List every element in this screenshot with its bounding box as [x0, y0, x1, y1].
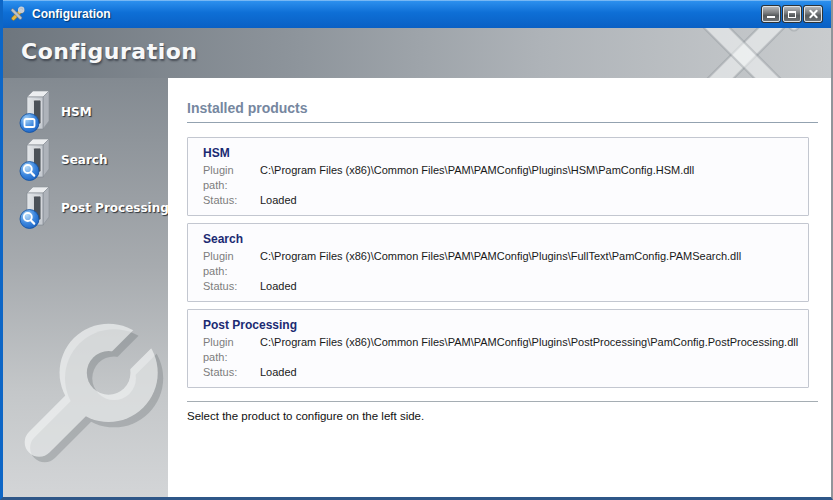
minimize-button[interactable] — [762, 6, 780, 22]
plugin-path-label: Plugin path: — [203, 335, 260, 365]
wrench-watermark-icon — [3, 311, 168, 497]
plugin-path-value: C:\Program Files (x86)\Common Files\PAM\… — [260, 335, 798, 365]
heading-divider — [187, 122, 818, 123]
titlebar[interactable]: Configuration — [3, 0, 831, 28]
sidebar-item-post-processing[interactable]: Post Processing — [3, 184, 168, 232]
close-button[interactable] — [804, 6, 822, 22]
page-title: Configuration — [21, 39, 197, 64]
server-with-window-badge-icon — [18, 90, 54, 134]
crossed-tools-icon — [8, 6, 25, 23]
status-label: Status: — [203, 365, 260, 380]
status-label: Status: — [203, 193, 260, 208]
window-title: Configuration — [32, 7, 111, 21]
crossed-tools-watermark-icon — [669, 28, 819, 78]
server-with-magnifier-badge-icon — [18, 138, 54, 182]
window-body: HSM Search — [3, 78, 831, 497]
maximize-icon — [788, 11, 796, 18]
product-name: Post Processing — [203, 317, 798, 333]
window-controls — [762, 6, 825, 22]
sidebar-item-label: HSM — [61, 105, 92, 119]
maximize-button[interactable] — [783, 6, 801, 22]
footer-divider — [187, 401, 818, 402]
sidebar-item-search[interactable]: Search — [3, 136, 168, 184]
close-icon — [808, 9, 818, 19]
plugin-path-label: Plugin path: — [203, 163, 260, 193]
status-label: Status: — [203, 279, 260, 294]
product-card-post-processing: Post Processing Plugin path: C:\Program … — [187, 309, 809, 388]
footer-hint: Select the product to configure on the l… — [187, 410, 823, 422]
plugin-path-value: C:\Program Files (x86)\Common Files\PAM\… — [260, 163, 694, 193]
sidebar-item-label: Post Processing — [61, 201, 168, 215]
product-card-search: Search Plugin path: C:\Program Files (x8… — [187, 223, 809, 302]
product-name: HSM — [203, 145, 798, 161]
configuration-window: Configuration Configuration — [0, 0, 833, 500]
minimize-icon — [767, 16, 775, 18]
status-value: Loaded — [260, 365, 297, 380]
plugin-path-value: C:\Program Files (x86)\Common Files\PAM\… — [260, 249, 741, 279]
header-banner: Configuration — [3, 28, 831, 78]
status-value: Loaded — [260, 279, 297, 294]
product-name: Search — [203, 231, 798, 247]
sidebar-item-hsm[interactable]: HSM — [3, 88, 168, 136]
sidebar-item-label: Search — [61, 153, 107, 167]
server-with-magnifier-badge-icon — [18, 186, 54, 230]
main-panel: Installed products HSM Plugin path: C:\P… — [168, 78, 831, 497]
status-value: Loaded — [260, 193, 297, 208]
installed-products-heading: Installed products — [187, 100, 823, 116]
plugin-path-label: Plugin path: — [203, 249, 260, 279]
product-card-hsm: HSM Plugin path: C:\Program Files (x86)\… — [187, 137, 809, 216]
sidebar: HSM Search — [3, 78, 168, 497]
